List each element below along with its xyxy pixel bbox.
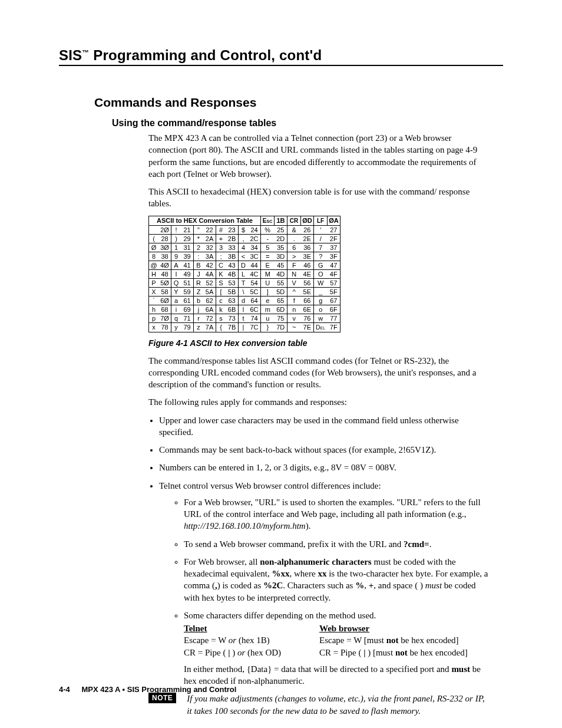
ascii-char: h [149,305,159,314]
ascii-char: w [314,314,328,322]
ascii-char: s [216,314,226,322]
hex-value: 3B [226,252,239,261]
hex-value: 76 [301,314,314,322]
hex-value: 52 [203,278,216,287]
ascii-char: 4 [239,243,249,252]
ascii-char: q [171,314,181,322]
special-char: LF [314,216,328,225]
hex-value: 33 [226,243,239,252]
hex-value: 28 [158,234,171,243]
ascii-char: U [261,278,275,287]
hex-value: 37 [328,243,340,252]
ascii-char: i [171,305,181,314]
hex-value: 2E [301,234,314,243]
ascii-char: * [194,234,204,243]
hex-value: 35 [275,243,287,252]
hex-value: 4B [226,269,239,278]
ascii-char: } [261,322,275,332]
special-char: Esc [261,216,275,225]
hex-value: 51 [181,278,194,287]
trademark-symbol: ™ [82,48,89,57]
hex-value: 6D [275,305,287,314]
ascii-char: G [314,261,328,269]
ascii-char: d [239,296,249,305]
running-header: SIS™ Programming and Control, cont'd [59,47,503,66]
hex-value: 7E [301,322,314,332]
hex-value: 79 [181,322,194,332]
hex-value: 69 [181,305,194,314]
ascii-hex-table: ASCII to HEX Conversion TableEsc1BCRØDLF… [148,216,340,332]
ascii-char: { [216,322,226,332]
ascii-char: c [216,296,226,305]
ascii-char: ! [171,225,181,234]
ascii-char: P [149,278,159,287]
ascii-char: 8 [149,252,159,261]
hex-value: 77 [328,314,340,322]
hex-value: 54 [248,278,261,287]
hex-value: 25 [275,225,287,234]
hex-value: 2F [328,234,340,243]
hex-value: 42 [203,261,216,269]
hex-value: 55 [275,278,287,287]
ascii-char: ] [261,287,275,296]
hex-value: 6B [226,305,239,314]
col-header-telnet: Telnet [184,624,207,633]
ascii-char: B [194,261,204,269]
hex-value: 7A [203,322,216,332]
hex-value: 64 [248,296,261,305]
page-number: 4-4 [59,685,70,694]
hex-value: 7B [226,322,239,332]
special-hex: 1B [275,216,287,225]
ascii-char: # [216,225,226,234]
hex-value: 5B [226,287,239,296]
hex-value: 4Ø [158,261,171,269]
ascii-char: [ [216,287,226,296]
ascii-char: . [287,234,301,243]
hex-value: 5F [328,287,340,296]
paragraph-intro: The MPX 423 A can be controlled via a Te… [148,132,491,180]
rules-list: Upper and lower case characters may be u… [148,414,491,687]
hex-value: 61 [181,296,194,305]
rules-sublist: For a Web browser, "URL" is used to shor… [173,496,491,687]
ascii-char: 5 [261,243,275,252]
hex-value: 6Ø [158,296,171,305]
hex-value: 72 [203,314,216,322]
hex-value: 4E [301,269,314,278]
hex-value: 32 [203,243,216,252]
ascii-char: ? [314,252,328,261]
hex-value: 74 [248,314,261,322]
ascii-char: O [314,269,328,278]
hex-value: 24 [248,225,261,234]
ascii-char: X [149,287,159,296]
ascii-char: b [194,296,204,305]
hex-value: 3C [248,252,261,261]
hex-value: 2A [203,234,216,243]
hex-value: 39 [181,252,194,261]
ascii-char: H [149,269,159,278]
ascii-char: k [216,305,226,314]
hex-value: 44 [248,261,261,269]
hex-value: 22 [203,225,216,234]
hex-value: 26 [301,225,314,234]
ascii-char: I [171,269,181,278]
ascii-char: v [287,314,301,322]
subrule-item: For a Web browser, "URL" is used to shor… [184,496,491,532]
ascii-char: z [194,322,204,332]
ascii-char: e [261,296,275,305]
ascii-char: K [216,269,226,278]
ascii-char: 1 [171,243,181,252]
ascii-char: x [149,322,159,332]
subrule-item: To send a Web browser command, prefix it… [184,538,491,550]
ascii-char: 3 [216,243,226,252]
ascii-char: _ [314,287,328,296]
ascii-char: t [239,314,249,322]
ascii-char: % [261,225,275,234]
ascii-char: 9 [171,252,181,261]
ascii-char: o [314,305,328,314]
hex-value: 21 [181,225,194,234]
figure-caption: Figure 4-1 ASCII to Hex conversion table [148,338,491,348]
ascii-char: ^ [287,287,301,296]
hex-value: 58 [158,287,171,296]
ascii-char: ~ [287,322,301,332]
ascii-hex-table-wrap: ASCII to HEX Conversion TableEsc1BCRØDLF… [148,216,491,332]
